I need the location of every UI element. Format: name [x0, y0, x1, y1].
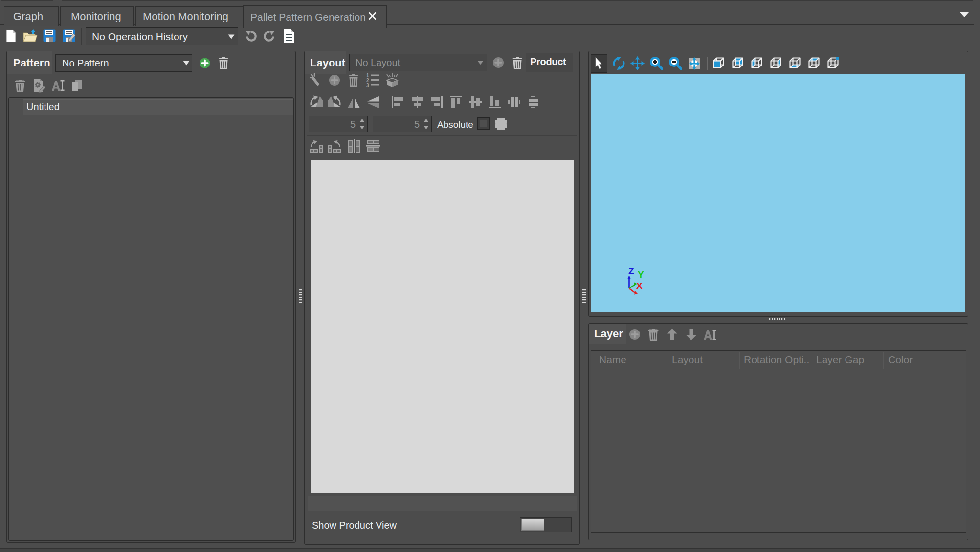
svg-text:Z: Z: [628, 266, 634, 276]
svg-text:X: X: [636, 281, 643, 291]
svg-text:Y: Y: [638, 269, 644, 280]
svg-text:3: 3: [366, 83, 369, 87]
